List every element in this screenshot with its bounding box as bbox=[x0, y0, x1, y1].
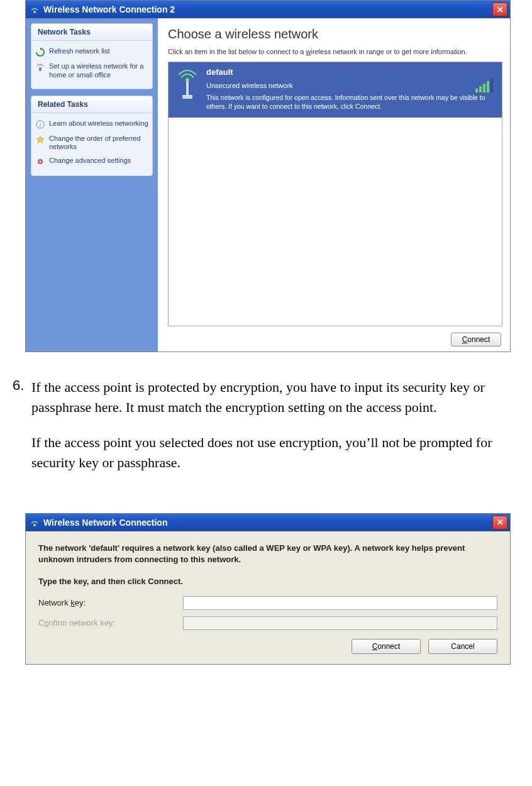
lbl-mnemonic: o bbox=[44, 618, 48, 628]
network-subtitle: Unsecured wireless network bbox=[206, 82, 494, 89]
svg-rect-9 bbox=[182, 95, 192, 99]
signal-strength-icon bbox=[475, 79, 493, 92]
wireless-icon bbox=[30, 4, 40, 14]
antenna-icon bbox=[175, 69, 200, 100]
connect-button[interactable]: Connect bbox=[352, 639, 421, 654]
sidebar-item-advanced[interactable]: Change advanced settings bbox=[35, 154, 148, 169]
network-key-input[interactable] bbox=[183, 596, 497, 610]
sidebar-item-label: Change advanced settings bbox=[49, 157, 131, 165]
window-title: Wireless Network Connection 2 bbox=[43, 4, 175, 14]
svg-rect-1 bbox=[39, 67, 42, 71]
svg-rect-8 bbox=[186, 81, 189, 96]
sidebar: Network Tasks Refresh network list bbox=[26, 18, 158, 351]
lbl-post: ey: bbox=[75, 598, 86, 607]
close-button[interactable]: ✕ bbox=[492, 516, 507, 529]
sidebar-item-learn[interactable]: i Learn about wireless networking bbox=[35, 117, 148, 132]
content-area: Choose a wireless network Click an item … bbox=[158, 18, 510, 351]
desc-pre: Click an item in the list below to conne… bbox=[168, 48, 306, 55]
network-list: default Unsecured wireless network This … bbox=[168, 62, 502, 326]
wireless-icon bbox=[30, 518, 40, 528]
svg-point-6 bbox=[40, 161, 42, 163]
step-para-1: If the access point is protected by encr… bbox=[31, 377, 526, 418]
network-item-default[interactable]: default Unsecured wireless network This … bbox=[169, 62, 502, 118]
wireless-chooser-window: Wireless Network Connection 2 ✕ Network … bbox=[25, 0, 511, 352]
dialog-instruction: Type the key, and then click Connect. bbox=[38, 577, 497, 586]
content-description: Click an item in the list below to conne… bbox=[168, 48, 502, 55]
antenna-icon bbox=[35, 62, 45, 72]
confirm-key-row: Confirm network key: bbox=[38, 616, 497, 630]
desc-post: ireless network in range or to get more … bbox=[311, 48, 467, 55]
network-key-row: Network key: bbox=[38, 596, 497, 610]
network-tasks-panel: Network Tasks Refresh network list bbox=[31, 23, 153, 89]
btn-rest: onnect bbox=[377, 642, 400, 651]
close-icon: ✕ bbox=[497, 518, 504, 527]
confirm-key-input bbox=[183, 616, 497, 630]
content-heading: Choose a wireless network bbox=[168, 27, 502, 42]
panel-header: Related Tasks bbox=[31, 96, 152, 113]
step-body: If the access point is protected by encr… bbox=[31, 377, 526, 488]
refresh-icon bbox=[35, 47, 45, 57]
sidebar-item-order[interactable]: Change the order of preferred networks bbox=[35, 132, 148, 155]
connect-button[interactable]: Connect bbox=[451, 333, 501, 346]
sidebar-item-setup[interactable]: Set up a wireless network for a home or … bbox=[35, 60, 148, 82]
close-icon: ✕ bbox=[497, 5, 504, 14]
btn-rest: onnect bbox=[467, 335, 490, 344]
sidebar-item-refresh[interactable]: Refresh network list bbox=[35, 45, 148, 60]
network-info: This network is configured for open acce… bbox=[206, 93, 494, 111]
network-name: default bbox=[206, 67, 494, 77]
sidebar-item-label: Change the order of preferred networks bbox=[49, 135, 148, 152]
svg-marker-4 bbox=[36, 136, 44, 143]
related-tasks-panel: Related Tasks i Learn about wireless net… bbox=[31, 96, 153, 177]
sidebar-item-label: Refresh network list bbox=[49, 47, 110, 56]
step-6: 6. If the access point is protected by e… bbox=[0, 352, 532, 501]
window-title: Wireless Network Connection bbox=[43, 518, 167, 528]
info-icon: i bbox=[35, 119, 45, 130]
lbl-post: nfirm network key: bbox=[49, 618, 115, 628]
btn-label: Cancel bbox=[451, 642, 474, 651]
dialog-body: The network 'default' requires a network… bbox=[26, 531, 510, 664]
step-number: 6. bbox=[6, 377, 31, 394]
network-key-dialog: Wireless Network Connection ✕ The networ… bbox=[25, 513, 511, 665]
mnemonic: C bbox=[462, 335, 468, 344]
svg-point-0 bbox=[33, 11, 36, 13]
lbl-pre: Network bbox=[38, 598, 70, 607]
step-para-2: If the access point you selected does no… bbox=[31, 433, 526, 473]
svg-point-10 bbox=[33, 524, 36, 526]
mnemonic: C bbox=[372, 642, 378, 651]
svg-text:i: i bbox=[40, 121, 42, 128]
star-icon bbox=[35, 135, 45, 145]
dialog-intro: The network 'default' requires a network… bbox=[38, 543, 497, 565]
sidebar-item-label: Set up a wireless network for a home or … bbox=[49, 62, 148, 80]
panel-header: Network Tasks bbox=[31, 24, 152, 41]
cancel-button[interactable]: Cancel bbox=[428, 639, 497, 654]
network-key-label: Network key: bbox=[38, 598, 183, 607]
titlebar[interactable]: Wireless Network Connection 2 ✕ bbox=[26, 1, 510, 18]
close-button[interactable]: ✕ bbox=[492, 3, 507, 16]
confirm-key-label: Confirm network key: bbox=[38, 618, 183, 628]
titlebar[interactable]: Wireless Network Connection ✕ bbox=[26, 514, 510, 531]
sidebar-item-label: Learn about wireless networking bbox=[49, 119, 148, 128]
gear-icon bbox=[35, 157, 45, 167]
lbl-pre: C bbox=[38, 618, 44, 628]
